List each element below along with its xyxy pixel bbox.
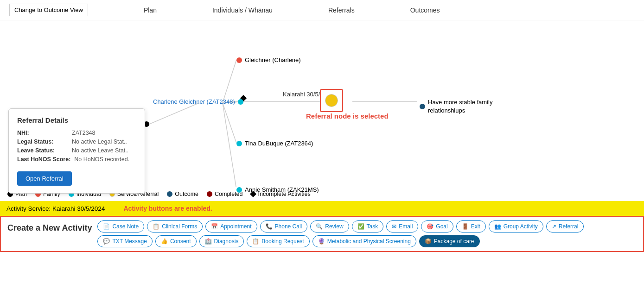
consent-icon: 👍 (161, 238, 168, 245)
leave-status-value: No active Leave Stat.. (72, 147, 128, 154)
create-activity-section: Create a New Activity 📄 Case Note 📋 Clin… (0, 216, 644, 252)
goal-icon: 🎯 (427, 223, 434, 230)
review-icon: 🔍 (316, 223, 323, 230)
nav-individuals: Individuals / Whānau (212, 6, 273, 14)
open-referral-button[interactable]: Open Referral (17, 171, 72, 186)
change-view-button[interactable]: Change to Outcome View (9, 4, 88, 16)
honos-value: No HoNOS recorded. (74, 156, 129, 163)
referral-button[interactable]: ↗ Referral (546, 220, 584, 232)
svg-line-4 (223, 103, 236, 187)
nav-referrals: Referrals (328, 6, 355, 14)
referral-selected-text: Referral node is selected (306, 112, 389, 120)
appointment-label: Appointment (220, 223, 251, 230)
nav-outcomes: Outcomes (410, 6, 440, 14)
leave-status-label: Leave Status: (17, 147, 68, 154)
tina-node[interactable]: Tina DuBuque (ZAT2364) (236, 140, 313, 147)
gleichner-dot (236, 57, 242, 63)
tina-label: Tina DuBuque (ZAT2364) (245, 140, 313, 147)
email-icon: ✉ (392, 223, 396, 230)
exit-label: Exit (471, 223, 480, 230)
review-button[interactable]: 🔍 Review (310, 220, 349, 232)
task-label: Task (367, 223, 378, 230)
annie-node[interactable]: Annie Smitham (ZAK21MS) (236, 186, 319, 193)
legend-outcome-label: Outcome (175, 191, 198, 197)
honos-field: Last HoNOS Score: No HoNOS recorded. (17, 156, 136, 163)
charlene-label: Charlene Gleichner (ZAT2348) (153, 98, 235, 105)
charlene-dot (238, 99, 243, 105)
activity-bar: Activity Service: Kaiarahi 30/5/2024 Act… (0, 201, 644, 216)
consent-button[interactable]: 👍 Consent (155, 235, 197, 247)
referral-detail-card: Referral Details NHI: ZAT2348 Legal Stat… (8, 108, 145, 194)
clinical-forms-icon: 📋 (153, 223, 159, 230)
legal-status-label: Legal Status: (17, 138, 68, 145)
txt-message-button[interactable]: 💬 TXT Message (97, 235, 152, 247)
metabolic-icon: 🔮 (318, 238, 325, 245)
nhi-field: NHI: ZAT2348 (17, 130, 136, 136)
package-of-care-label: Package of care (434, 238, 474, 245)
referral-dot (325, 94, 338, 107)
phone-call-label: Phone Call (275, 223, 302, 230)
legal-status-value: No active Legal Stat.. (72, 138, 127, 145)
activity-service-label: Activity Service: Kaiarahi 30/5/2024 (6, 205, 105, 212)
appointment-icon: 📅 (211, 223, 218, 230)
legend-outcome: Outcome (167, 191, 198, 197)
task-button[interactable]: ✅ Task (352, 220, 384, 232)
annie-dot (236, 187, 242, 193)
group-activity-button[interactable]: 👥 Group Activity (489, 220, 543, 232)
charlene-node[interactable]: Charlene Gleichner (ZAT2348) (153, 98, 243, 105)
txt-message-icon: 💬 (103, 238, 110, 245)
task-icon: ✅ (357, 223, 364, 230)
goal-button[interactable]: 🎯 Goal (421, 220, 453, 232)
email-label: Email (399, 223, 413, 230)
review-label: Review (325, 223, 343, 230)
metabolic-label: Metabolic and Physical Screening (327, 238, 411, 245)
svg-line-1 (223, 60, 236, 103)
appointment-button[interactable]: 📅 Appointment (205, 220, 257, 232)
top-nav: Change to Outcome View Plan Individuals … (0, 0, 644, 20)
case-note-icon: 📄 (103, 223, 110, 230)
booking-request-icon: 📋 (252, 238, 259, 245)
case-note-label: Case Note (112, 223, 139, 230)
gleichner-node[interactable]: Gleichner (Charlene) (236, 57, 301, 63)
goal-label: Goal (436, 223, 447, 230)
create-activity-label: Create a New Activity (7, 220, 92, 233)
booking-request-label: Booking Request (261, 238, 304, 245)
exit-icon: 🚪 (462, 223, 469, 230)
case-note-button[interactable]: 📄 Case Note (97, 220, 144, 232)
group-activity-icon: 👥 (494, 223, 501, 230)
phone-call-button[interactable]: 📞 Phone Call (260, 220, 308, 232)
clinical-forms-button[interactable]: 📋 Clinical Forms (147, 220, 203, 232)
referral-icon: ↗ (552, 223, 556, 230)
outcome-label: Have more stable family relationshiups (428, 98, 502, 115)
metabolic-screening-button[interactable]: 🔮 Metabolic and Physical Screening (312, 235, 416, 247)
legend-completed-dot (207, 191, 212, 197)
nav-plan: Plan (144, 6, 157, 14)
group-activity-label: Group Activity (504, 223, 538, 230)
consent-label: Consent (170, 238, 191, 245)
leave-status-field: Leave Status: No active Leave Stat.. (17, 147, 136, 154)
diagnosis-icon: 🏥 (205, 238, 212, 245)
diagnosis-button[interactable]: 🏥 Diagnosis (199, 235, 244, 247)
referral-node[interactable] (320, 89, 343, 112)
booking-request-button[interactable]: 📋 Booking Request (247, 235, 309, 247)
email-button[interactable]: ✉ Email (386, 220, 418, 232)
honos-label: Last HoNOS Score: (17, 156, 70, 163)
package-of-care-button[interactable]: 📦 Package of care (419, 235, 480, 247)
package-of-care-icon: 📦 (425, 238, 432, 245)
clinical-forms-label: Clinical Forms (162, 223, 197, 230)
legal-status-field: Legal Status: No active Legal Stat.. (17, 138, 136, 145)
gleichner-label: Gleichner (Charlene) (245, 57, 301, 63)
exit-button[interactable]: 🚪 Exit (456, 220, 486, 232)
activity-row-2: 💬 TXT Message 👍 Consent 🏥 Diagnosis 📋 Bo… (97, 235, 637, 247)
svg-line-3 (223, 103, 236, 143)
outcome-node[interactable]: Have more stable family relationshiups (420, 98, 502, 115)
svg-line-0 (149, 103, 199, 124)
tina-dot (236, 141, 242, 146)
diagram-area: Charlene Gleichner (ZAT2348) Gleichner (… (0, 20, 644, 187)
txt-message-label: TXT Message (112, 238, 147, 245)
phone-call-icon: 📞 (266, 223, 273, 230)
activity-buttons-container: 📄 Case Note 📋 Clinical Forms 📅 Appointme… (97, 220, 637, 247)
referral-label: Referral (559, 223, 579, 230)
activity-enabled-text: Activity buttons are enabled. (123, 205, 212, 212)
activity-row-1: 📄 Case Note 📋 Clinical Forms 📅 Appointme… (97, 220, 637, 232)
